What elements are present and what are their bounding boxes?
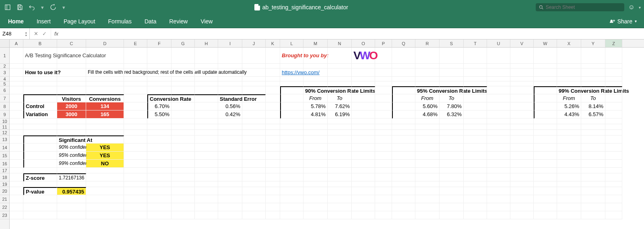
cell[interactable]	[195, 124, 218, 130]
cell[interactable]	[57, 86, 86, 94]
cell[interactable]	[352, 195, 375, 203]
cell[interactable]	[303, 81, 328, 86]
cell[interactable]	[171, 203, 195, 211]
cell[interactable]	[352, 86, 375, 94]
control-conversions-input[interactable]: 134	[86, 102, 124, 110]
cell[interactable]	[242, 203, 266, 211]
cell[interactable]	[23, 195, 57, 203]
cell[interactable]	[280, 110, 303, 119]
cell[interactable]	[303, 48, 328, 64]
cell[interactable]	[487, 102, 510, 110]
cell[interactable]	[510, 211, 534, 219]
cell[interactable]	[534, 130, 557, 135]
cell[interactable]	[415, 152, 440, 160]
howto-label[interactable]: How to use it?	[23, 69, 57, 77]
cell[interactable]	[534, 160, 557, 168]
row-header[interactable]: 21	[0, 195, 9, 203]
row-header[interactable]: 5	[0, 81, 9, 86]
cell[interactable]	[487, 81, 510, 86]
col-header[interactable]: G	[171, 40, 195, 47]
sheet-title[interactable]: A/B Testing Significance Calculator	[23, 48, 57, 64]
cell[interactable]	[440, 173, 464, 181]
cell[interactable]	[510, 124, 534, 130]
cell[interactable]	[280, 124, 303, 130]
row-header[interactable]: 17	[0, 168, 9, 173]
vwo-link[interactable]: https://vwo.com/	[280, 69, 303, 77]
cell[interactable]	[195, 211, 218, 219]
cell[interactable]	[280, 81, 303, 86]
significant-at-header[interactable]: Significant At	[57, 135, 86, 144]
cell[interactable]	[440, 48, 464, 64]
cell[interactable]	[218, 181, 242, 187]
cell[interactable]	[195, 173, 218, 181]
cell[interactable]	[266, 48, 280, 64]
cell[interactable]	[10, 94, 23, 102]
cell[interactable]	[464, 168, 487, 173]
cell[interactable]	[352, 135, 375, 144]
cell[interactable]	[352, 77, 375, 81]
cell[interactable]	[195, 195, 218, 203]
cell[interactable]	[581, 130, 605, 135]
cell[interactable]	[464, 130, 487, 135]
cell[interactable]	[303, 160, 328, 168]
cell[interactable]	[440, 64, 464, 69]
cell[interactable]	[303, 187, 328, 195]
col-header[interactable]: W	[534, 40, 557, 47]
cell[interactable]	[266, 86, 280, 94]
cell[interactable]	[487, 160, 510, 168]
cell[interactable]	[171, 102, 195, 110]
col-header[interactable]: J	[242, 40, 266, 47]
zscore-label[interactable]: Z-score	[23, 173, 57, 181]
cell[interactable]	[147, 77, 171, 81]
cell[interactable]	[171, 173, 195, 181]
cell[interactable]	[195, 203, 218, 211]
search-input[interactable]	[546, 4, 621, 10]
cell[interactable]	[352, 81, 375, 86]
cell[interactable]	[487, 173, 510, 181]
control-visitors-input[interactable]: 2000	[57, 102, 86, 110]
cell[interactable]	[557, 124, 581, 130]
visitors-header[interactable]: Visitors	[57, 94, 86, 102]
cell[interactable]	[242, 81, 266, 86]
cell[interactable]	[195, 181, 218, 187]
conf99-label[interactable]: 99% confidence:	[57, 160, 86, 168]
cell[interactable]	[86, 195, 124, 203]
to-header[interactable]: To	[328, 94, 352, 102]
cell[interactable]	[124, 181, 147, 187]
cell[interactable]	[57, 203, 86, 211]
cell[interactable]	[440, 119, 464, 124]
col-header[interactable]: F	[147, 40, 171, 47]
col-header[interactable]: N	[328, 40, 352, 47]
cell[interactable]	[510, 110, 534, 119]
l99-variation-from[interactable]: 4.43%	[557, 110, 581, 119]
cell[interactable]	[375, 81, 392, 86]
cell[interactable]	[266, 211, 280, 219]
cell[interactable]	[195, 86, 218, 94]
cell[interactable]	[534, 48, 557, 64]
l95-variation-to[interactable]: 6.32%	[440, 110, 464, 119]
cell[interactable]	[124, 152, 147, 160]
cell[interactable]	[557, 181, 581, 187]
cell[interactable]	[147, 187, 171, 195]
cell[interactable]	[557, 135, 581, 144]
tab-view[interactable]: View	[200, 16, 213, 27]
cell[interactable]	[581, 64, 605, 69]
cell[interactable]	[171, 187, 195, 195]
pvalue-label[interactable]: P-value	[23, 187, 57, 195]
cell[interactable]	[218, 124, 242, 130]
cell[interactable]	[464, 77, 487, 81]
name-box-stepper[interactable]: ▴▾	[25, 31, 27, 37]
cell[interactable]	[242, 211, 266, 219]
row-header[interactable]: 16	[0, 160, 9, 168]
cell[interactable]	[392, 168, 415, 173]
cell[interactable]	[328, 124, 352, 130]
cell[interactable]	[218, 195, 242, 203]
cell[interactable]	[242, 195, 266, 203]
cell[interactable]	[303, 124, 328, 130]
cell[interactable]	[605, 48, 622, 64]
cell[interactable]	[171, 94, 195, 102]
cell[interactable]	[605, 211, 622, 219]
col-header[interactable]: B	[23, 40, 57, 47]
cell[interactable]	[534, 181, 557, 187]
conf90-label[interactable]	[23, 144, 57, 152]
